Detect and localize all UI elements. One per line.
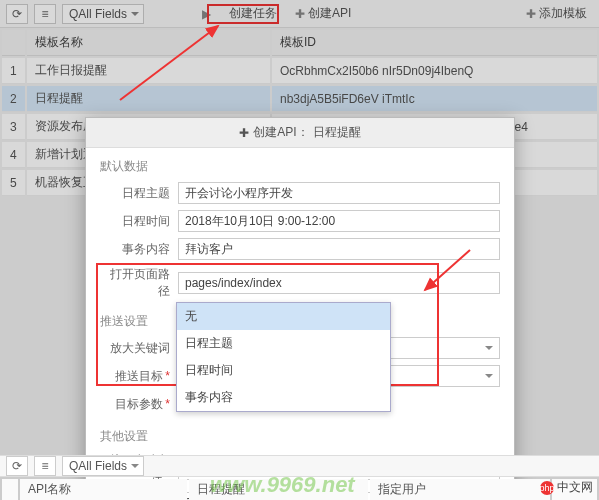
site-logo: php中文网: [540, 479, 593, 496]
target-dropdown: 无 日程主题 日程时间 事务内容: [176, 302, 391, 412]
modal-header: ✚ 创建API： 日程提醒: [86, 118, 514, 148]
search-field-select[interactable]: Q All Fields: [62, 456, 144, 476]
logo-text: 中文网: [557, 479, 593, 496]
logo-badge: php: [540, 481, 554, 495]
dropdown-option[interactable]: 日程主题: [177, 330, 390, 357]
page-input[interactable]: [178, 272, 500, 294]
subject-input[interactable]: [178, 182, 500, 204]
label-content: 事务内容: [100, 241, 170, 258]
section-default-data: 默认数据: [86, 148, 514, 179]
time-input[interactable]: [178, 210, 500, 232]
modal-title-name: 日程提醒: [313, 124, 361, 141]
col-api-name: API名称: [20, 479, 187, 500]
content-input[interactable]: [178, 238, 500, 260]
modal-title-prefix: 创建API：: [253, 124, 308, 141]
list-button[interactable]: ≡: [34, 456, 56, 476]
dropdown-option[interactable]: 事务内容: [177, 384, 390, 411]
label-subject: 日程主题: [100, 185, 170, 202]
bottom-toolbar: ⟳ ≡ Q All Fields: [0, 455, 599, 477]
col-template: 日程提醒: [189, 479, 369, 500]
label-time: 日程时间: [100, 213, 170, 230]
section-other: 其他设置: [86, 418, 514, 449]
plus-icon: ✚: [239, 126, 249, 140]
api-table: API名称日程提醒指定用户: [0, 477, 599, 500]
dropdown-option[interactable]: 无: [177, 303, 390, 330]
label-target: 推送目标: [115, 369, 163, 383]
col-user: 指定用户: [370, 479, 550, 500]
dropdown-option[interactable]: 日程时间: [177, 357, 390, 384]
label-keyword: 放大关键词: [100, 340, 170, 357]
refresh-button[interactable]: ⟳: [6, 456, 28, 476]
label-page: 打开页面路径: [100, 266, 170, 300]
label-param: 目标参数: [115, 397, 163, 411]
